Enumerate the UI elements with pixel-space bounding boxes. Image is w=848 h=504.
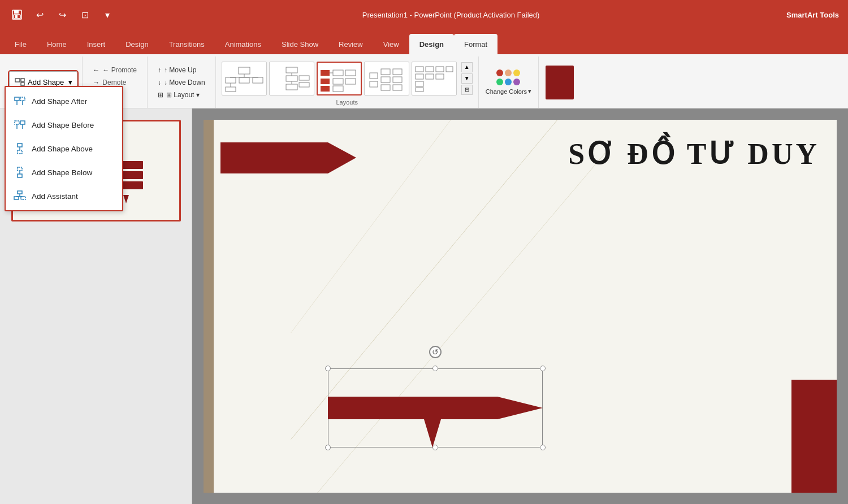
layout-thumb-5[interactable] <box>412 62 457 95</box>
tab-format[interactable]: Format <box>454 34 497 54</box>
svg-marker-79 <box>328 397 543 419</box>
tab-review[interactable]: Review <box>328 34 373 54</box>
slide-title: SƠ ĐỒ TƯ DUY <box>568 137 820 171</box>
scroll-down-button[interactable]: ▼ <box>461 73 473 84</box>
tab-insert[interactable]: Insert <box>77 34 116 54</box>
svg-rect-26 <box>239 67 250 74</box>
svg-rect-47 <box>333 86 343 92</box>
change-colors-button[interactable]: Change Colors ▾ <box>486 88 531 95</box>
layout-thumb-3[interactable] <box>317 62 362 95</box>
tab-design[interactable]: Design <box>115 34 158 54</box>
svg-rect-36 <box>286 84 297 90</box>
svg-rect-50 <box>370 73 378 79</box>
selection-box: ↺ <box>328 368 543 447</box>
svg-rect-49 <box>345 79 356 84</box>
red-arrow-shape <box>220 137 356 181</box>
svg-rect-8 <box>20 97 25 101</box>
dropdown-arrow-icon: ▾ <box>68 78 72 86</box>
svg-rect-31 <box>253 77 263 83</box>
tab-view[interactable]: View <box>373 34 409 54</box>
tab-file[interactable]: File <box>5 34 37 54</box>
tab-animations[interactable]: Animations <box>215 34 271 54</box>
layout-icon: ⊞ <box>158 91 163 99</box>
svg-rect-29 <box>226 77 236 83</box>
svg-rect-33 <box>226 87 236 92</box>
layout-button[interactable]: ⊞ ⊞ Layout ▾ <box>153 89 210 101</box>
svg-rect-34 <box>286 67 297 73</box>
add-shape-before-item[interactable]: Add Shape Before <box>6 113 122 137</box>
ribbon-content: Add Shape ▾ Add Shape After <box>0 54 848 108</box>
add-above-icon <box>14 142 26 155</box>
red-swatch[interactable] <box>546 66 574 99</box>
layouts-group: ▲ ▼ ⊟ Layouts <box>216 57 479 108</box>
demote-icon: → <box>93 79 99 86</box>
svg-rect-5 <box>21 79 24 81</box>
svg-rect-43 <box>321 86 330 92</box>
add-shape-dropdown: Add Shape After Add Shape Before <box>5 86 123 211</box>
svg-rect-56 <box>393 77 402 82</box>
layout-thumb-4[interactable] <box>364 62 409 95</box>
svg-rect-60 <box>416 81 423 86</box>
svg-rect-39 <box>299 76 309 80</box>
color-dot-2 <box>505 69 512 76</box>
add-shape-below-item[interactable]: Add Shape Below <box>6 160 122 184</box>
change-colors-group: Change Colors ▾ <box>479 57 539 108</box>
svg-rect-41 <box>321 70 330 76</box>
undo-icon[interactable]: ↩ <box>32 7 47 23</box>
svg-rect-61 <box>416 88 423 92</box>
tab-home[interactable]: Home <box>37 34 77 54</box>
svg-rect-16 <box>18 150 22 154</box>
svg-rect-66 <box>446 67 453 72</box>
move-group: ↑ ↑ Move Up ↓ ↓ Move Down ⊞ ⊞ Layout ▾ <box>148 57 216 108</box>
custom-icon[interactable]: ⊡ <box>77 7 93 23</box>
svg-rect-45 <box>333 70 343 76</box>
save-icon[interactable] <box>9 7 25 23</box>
slide-canvas: SƠ ĐỒ TƯ DUY ↺ <box>204 120 837 493</box>
svg-rect-11 <box>15 121 19 124</box>
add-shape-after-item[interactable]: Add Shape After <box>6 89 122 113</box>
tab-design-active[interactable]: Design <box>409 34 454 54</box>
svg-rect-25 <box>21 197 25 199</box>
add-shape-above-item[interactable]: Add Shape Above <box>6 137 122 160</box>
svg-rect-63 <box>426 74 434 79</box>
pin-icon[interactable]: ▾ <box>99 7 115 23</box>
tab-transitions[interactable]: Transitions <box>159 34 215 54</box>
svg-rect-53 <box>381 77 390 82</box>
redo-icon[interactable]: ↪ <box>54 7 70 23</box>
svg-rect-54 <box>381 85 390 90</box>
slide-main: SƠ ĐỒ TƯ DUY ↺ <box>192 108 848 504</box>
scroll-more-button[interactable]: ⊟ <box>461 85 473 95</box>
svg-rect-46 <box>333 79 343 84</box>
movedown-icon: ↓ <box>158 79 161 86</box>
svg-rect-19 <box>18 174 22 177</box>
svg-rect-52 <box>381 69 390 75</box>
moveup-icon: ↑ <box>158 66 161 74</box>
svg-rect-7 <box>15 97 19 101</box>
svg-rect-59 <box>416 74 423 79</box>
promote-button[interactable]: ← ← Promote <box>88 64 141 76</box>
svg-rect-65 <box>436 74 444 79</box>
move-down-button[interactable]: ↓ ↓ Move Down <box>153 77 210 88</box>
svg-rect-24 <box>14 197 19 199</box>
color-dot-3 <box>513 69 520 76</box>
add-assistant-item[interactable]: Add Assistant <box>6 184 122 208</box>
svg-rect-15 <box>18 144 22 147</box>
color-dot-1 <box>496 69 503 76</box>
left-border <box>204 120 214 493</box>
svg-rect-18 <box>18 167 22 171</box>
layout-thumb-2[interactable] <box>269 62 314 95</box>
window-title: Presentation1 - PowerPoint (Product Acti… <box>115 11 786 19</box>
svg-marker-73 <box>123 195 129 203</box>
scroll-up-button[interactable]: ▲ <box>461 62 473 72</box>
layout-thumb-1[interactable] <box>222 62 267 95</box>
tab-slideshow[interactable]: Slide Show <box>271 34 328 54</box>
move-up-button[interactable]: ↑ ↑ Move Up <box>153 64 210 76</box>
title-bar: ↩ ↪ ⊡ ▾ Presentation1 - PowerPoint (Prod… <box>0 0 848 29</box>
rotate-handle[interactable]: ↺ <box>429 346 442 358</box>
svg-marker-78 <box>220 142 356 173</box>
svg-rect-42 <box>321 79 330 84</box>
svg-rect-1 <box>14 10 19 14</box>
svg-rect-55 <box>393 69 402 75</box>
svg-marker-80 <box>424 419 441 447</box>
svg-rect-4 <box>15 79 20 82</box>
